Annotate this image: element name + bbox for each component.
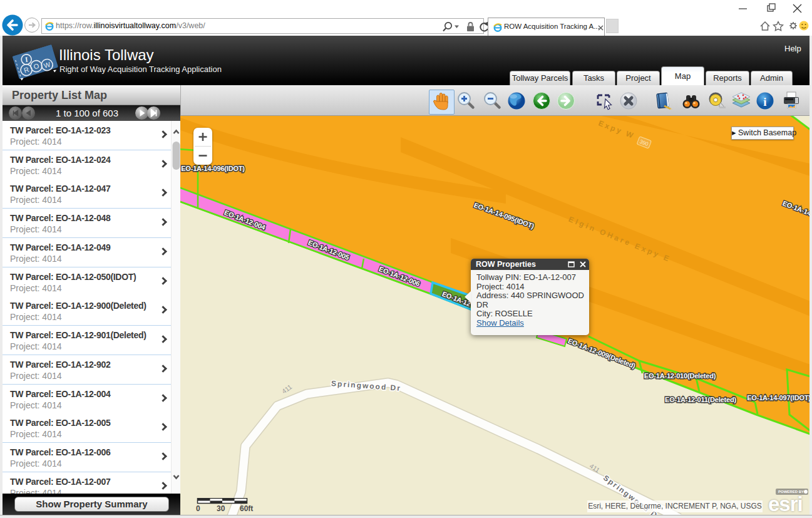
svg-text:30: 30 [217,504,225,513]
svg-text:EO-1A-12-010(Deleted): EO-1A-12-010(Deleted) [644,372,716,380]
svg-text:EO-1A-14-097(IDOT): EO-1A-14-097(IDOT) [747,394,809,401]
svg-text:i: i [763,95,766,108]
svg-text:60ft: 60ft [240,504,253,513]
svg-text:EO-1A-14-096(IDOT): EO-1A-14-096(IDOT) [181,165,245,172]
svg-text:0: 0 [196,504,200,513]
svg-text:EO-1A-12-011(Deleted): EO-1A-12-011(Deleted) [665,396,736,403]
